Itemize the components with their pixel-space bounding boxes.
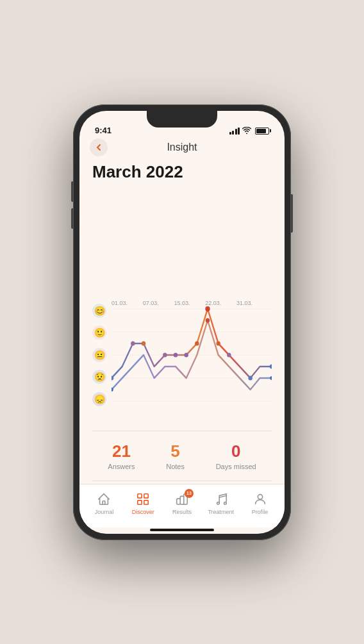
mood-chart: 😊 🙂 😐 😟 😞 <box>92 297 272 425</box>
svg-point-16 <box>270 364 272 368</box>
status-time: 9:41 <box>95 126 112 135</box>
svg-point-15 <box>248 376 252 380</box>
treatment-icon <box>213 491 229 507</box>
svg-point-10 <box>184 352 188 357</box>
phone-frame: 9:41 <box>73 104 291 540</box>
nav-treatment[interactable]: Treatment <box>205 491 237 515</box>
discover-label: Discover <box>132 509 154 515</box>
svg-point-11 <box>195 341 199 345</box>
answers-label: Answers <box>108 463 135 470</box>
stats-row: 21 Answers 5 Notes 0 Days missed <box>92 431 272 481</box>
svg-rect-23 <box>144 500 148 504</box>
notes-label: Notes <box>166 463 185 470</box>
header-title: Insight <box>167 142 197 153</box>
phone-screen: 9:41 <box>79 111 285 534</box>
days-missed-label: Days missed <box>216 463 256 470</box>
stat-days-missed: 0 Days missed <box>216 442 256 470</box>
svg-point-19 <box>270 376 272 380</box>
svg-point-25 <box>258 494 262 499</box>
discover-icon <box>135 491 151 507</box>
mood-axis: 😊 🙂 😐 😟 😞 <box>92 304 106 406</box>
profile-icon <box>252 491 268 507</box>
mood-bad: 😟 <box>92 370 106 384</box>
stat-notes: 5 Notes <box>166 442 185 470</box>
svg-point-12 <box>205 306 210 311</box>
wifi-icon <box>242 127 251 135</box>
profile-label: Profile <box>252 509 269 515</box>
stat-answers: 21 Answers <box>108 442 135 470</box>
mood-great: 😊 <box>92 304 106 318</box>
svg-point-7 <box>142 341 145 345</box>
svg-point-6 <box>131 341 135 345</box>
treatment-label: Treatment <box>208 509 234 515</box>
svg-point-14 <box>227 352 231 357</box>
chart-lines <box>112 297 272 413</box>
svg-rect-20 <box>138 493 142 497</box>
battery-icon <box>255 128 269 135</box>
nav-results[interactable]: 13 Results <box>166 491 198 515</box>
mood-neutral: 😐 <box>92 348 106 362</box>
notes-value: 5 <box>170 442 179 461</box>
volume-up-button[interactable] <box>71 181 73 202</box>
power-button[interactable] <box>291 194 293 233</box>
results-label: Results <box>172 509 192 515</box>
nav-journal[interactable]: Journal <box>88 491 120 515</box>
svg-point-13 <box>216 341 220 345</box>
results-badge: 13 <box>185 489 194 498</box>
journal-icon <box>96 491 112 507</box>
volume-down-button[interactable] <box>71 208 73 229</box>
svg-point-18 <box>206 318 210 322</box>
nav-discover[interactable]: Discover <box>127 491 159 515</box>
notch <box>147 111 217 128</box>
journal-label: Journal <box>95 509 114 515</box>
mood-good: 🙂 <box>92 326 106 340</box>
home-indicator <box>150 529 214 531</box>
signal-icon <box>229 127 240 135</box>
days-missed-value: 0 <box>231 442 240 461</box>
results-icon: 13 <box>174 491 190 507</box>
bottom-nav: Journal Discover <box>79 484 285 527</box>
back-button[interactable] <box>90 138 108 156</box>
mood-terrible: 😞 <box>92 392 106 406</box>
svg-point-9 <box>174 352 178 357</box>
nav-profile[interactable]: Profile <box>244 491 276 515</box>
main-content: March 2022 😊 🙂 😐 😟 😞 <box>79 158 285 484</box>
answers-value: 21 <box>112 442 131 461</box>
svg-point-8 <box>163 352 167 357</box>
month-title: March 2022 <box>92 162 272 182</box>
svg-rect-22 <box>138 500 142 504</box>
svg-rect-21 <box>144 493 148 497</box>
page-header: Insight <box>79 139 285 158</box>
status-icons <box>229 127 270 135</box>
